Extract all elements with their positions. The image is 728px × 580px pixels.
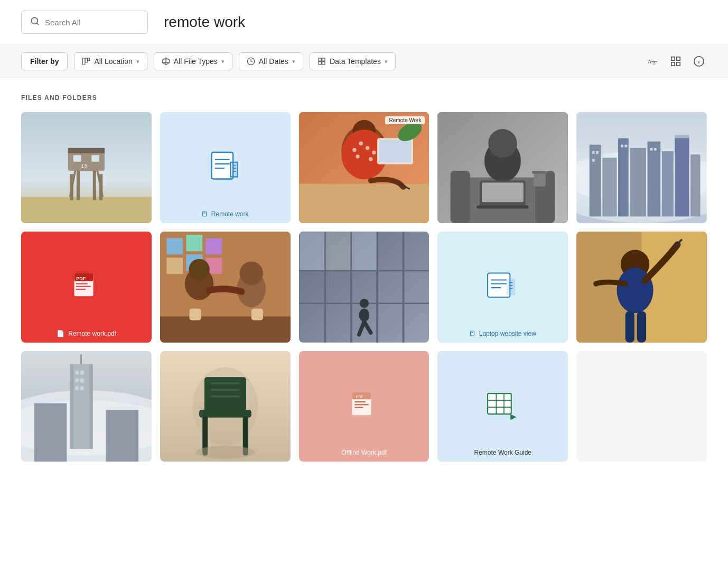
svg-rect-170 <box>211 395 239 397</box>
search-icon <box>30 16 40 28</box>
remote-work-doc-label: Remote work <box>211 210 249 218</box>
svg-rect-34 <box>73 155 81 161</box>
sort-az-button[interactable]: A Z <box>645 53 660 69</box>
svg-rect-112 <box>160 316 291 342</box>
svg-point-109 <box>189 259 209 280</box>
laptop-website-label: Laptop website view <box>479 330 536 337</box>
card-window-person[interactable] <box>299 232 430 343</box>
svg-point-127 <box>359 299 368 308</box>
search-box[interactable] <box>21 11 148 34</box>
card-doc-inner <box>160 112 291 223</box>
pdf-icon: PDF <box>70 271 102 303</box>
svg-point-54 <box>352 148 356 152</box>
grid-view-button[interactable] <box>668 53 684 69</box>
header: remote work <box>0 0 728 45</box>
laptop-doc-icon <box>486 270 520 304</box>
files-grid: 13 <box>21 112 707 462</box>
svg-rect-114 <box>251 308 263 320</box>
svg-rect-175 <box>354 404 369 406</box>
card-chair[interactable] <box>160 351 291 462</box>
card-remote-work-doc[interactable]: Remote work <box>160 112 291 223</box>
svg-point-69 <box>489 129 517 158</box>
svg-rect-97 <box>76 283 88 284</box>
info-button[interactable] <box>691 53 707 69</box>
svg-marker-41 <box>230 162 237 177</box>
svg-text:A: A <box>648 58 652 65</box>
svg-rect-123 <box>300 232 324 270</box>
svg-rect-50 <box>299 184 430 223</box>
card-laptop-inner <box>437 232 568 343</box>
dates-chevron: ▾ <box>292 58 295 65</box>
card-doc-label: Remote work <box>160 210 291 218</box>
svg-rect-4 <box>88 58 90 61</box>
search-input[interactable] <box>45 18 139 27</box>
svg-rect-37 <box>211 152 233 179</box>
svg-rect-18 <box>677 57 680 60</box>
svg-rect-2 <box>83 58 86 65</box>
chair-image <box>160 351 291 462</box>
svg-rect-12 <box>319 62 321 65</box>
card-tower-photo[interactable]: 13 <box>21 112 152 223</box>
svg-rect-169 <box>211 389 239 391</box>
svg-rect-154 <box>80 371 83 374</box>
card-pdf-inner: PDF <box>21 232 152 343</box>
card-woman-writing[interactable]: Remote Work <box>299 112 430 223</box>
svg-rect-93 <box>576 112 707 138</box>
main-content: FILES AND FOLDERS <box>0 78 728 477</box>
svg-rect-82 <box>648 142 661 217</box>
card-offline-work-pdf[interactable]: PDF Offline Work.pdf <box>299 351 430 462</box>
svg-rect-98 <box>76 286 91 287</box>
svg-rect-158 <box>80 386 83 390</box>
templates-filter-label: Data Templates <box>330 57 381 66</box>
clock-icon <box>247 57 255 66</box>
card-remote-work-guide[interactable]: Remote Work Guide <box>437 351 568 462</box>
svg-rect-61 <box>379 140 410 162</box>
svg-rect-102 <box>166 238 183 254</box>
svg-rect-156 <box>80 378 83 382</box>
templates-filter[interactable]: Data Templates ▾ <box>310 52 396 70</box>
filter-bar: Filter by All Location ▾ All File Types … <box>0 45 728 78</box>
card-guide-inner <box>437 351 568 462</box>
card-city-fog2[interactable] <box>21 351 152 462</box>
dates-filter[interactable]: All Dates ▾ <box>239 52 303 70</box>
svg-point-171 <box>196 445 255 458</box>
card-laptop-label: Laptop website view <box>437 330 568 337</box>
offline-pdf-icon: PDF <box>348 390 380 422</box>
svg-rect-80 <box>618 138 629 216</box>
card-city-fog[interactable] <box>576 112 707 223</box>
svg-rect-99 <box>76 289 86 290</box>
card-remote-work-pdf[interactable]: PDF 📄 Remote work.pdf <box>21 232 152 343</box>
card-handshake[interactable] <box>160 232 291 343</box>
card-pdf-label: 📄 Remote work.pdf <box>21 330 152 337</box>
tower-image: 13 <box>21 112 152 223</box>
svg-rect-86 <box>592 151 595 154</box>
svg-rect-152 <box>73 364 90 448</box>
svg-rect-155 <box>75 378 78 382</box>
remote-work-guide-label: Remote Work Guide <box>474 449 532 456</box>
location-filter[interactable]: All Location ▾ <box>74 52 147 70</box>
svg-rect-88 <box>592 159 595 162</box>
svg-rect-159 <box>34 403 67 462</box>
card-laptop-website[interactable]: Laptop website view <box>437 232 568 343</box>
card-woman-arms[interactable] <box>576 232 707 343</box>
svg-rect-11 <box>322 58 325 61</box>
svg-rect-10 <box>319 58 321 61</box>
filetype-chevron: ▾ <box>221 58 225 65</box>
card-guide-label: Remote Work Guide <box>437 449 568 456</box>
card-bw-man[interactable] <box>437 112 568 223</box>
location-chevron: ▾ <box>136 58 139 65</box>
svg-rect-85 <box>690 154 701 216</box>
svg-point-58 <box>356 154 359 158</box>
city-fog2-image <box>21 351 152 462</box>
svg-rect-157 <box>75 386 78 390</box>
svg-rect-25 <box>21 197 152 223</box>
filetype-filter[interactable]: All File Types ▾ <box>154 52 232 70</box>
svg-text:13: 13 <box>81 163 87 169</box>
svg-rect-33 <box>68 148 105 153</box>
svg-rect-83 <box>662 151 674 216</box>
svg-rect-178 <box>488 393 511 414</box>
svg-point-55 <box>359 142 362 145</box>
svg-rect-17 <box>671 57 675 60</box>
svg-rect-72 <box>477 205 529 208</box>
svg-rect-168 <box>211 382 239 384</box>
